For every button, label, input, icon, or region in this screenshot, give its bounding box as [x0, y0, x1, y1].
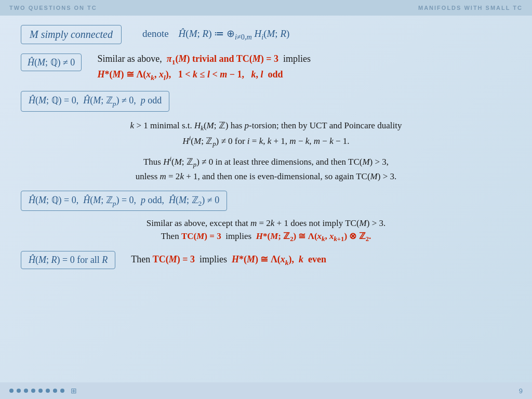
footer: ⊞ 9: [0, 382, 532, 399]
row-except: Similar as above, except that m = 2k + 1…: [21, 218, 511, 229]
similar-line2-red: H*(M) ≅ Λ(xk, xl), 1 < k ≤ l < m − 1, k,…: [97, 69, 311, 82]
then-tc3-text: Then TC(M) = 3 implies H*(M; ℤ2) ≅ Λ(xk,…: [21, 231, 511, 243]
main-content: M simply connected denote Ĥ(M; R) ≔ ⊕i≠0…: [0, 16, 532, 382]
row-big-box: Ĥ(M; ℚ) = 0, Ĥ(M; ℤp) = 0, p odd, Ĥ(M; ℤ…: [21, 191, 511, 211]
row-hq-neq0: Ĥ(M; ℚ) ≠ 0 Similar as above, π1(M) triv…: [21, 54, 511, 82]
dot-1: [9, 389, 14, 393]
dot-2: [17, 389, 21, 393]
header-left-title: TWO QUESTIONS ON TC: [9, 5, 97, 11]
footer-page-number: 9: [519, 387, 523, 395]
footer-icon: ⊞: [71, 387, 77, 395]
dot-6: [46, 389, 50, 393]
row-simply-connected: M simply connected denote Ĥ(M; R) ≔ ⊕i≠0…: [21, 25, 511, 44]
similar-line1: Similar as above, π1(M) trivial and TC(M…: [97, 54, 311, 66]
dot-7: [53, 389, 57, 393]
dot-5: [38, 389, 43, 393]
dot-3: [24, 389, 28, 393]
row-hr-eq0: Ĥ(M; R) = 0 for all R Then TC(M) = 3 imp…: [21, 251, 511, 269]
similar-text-block: Similar as above, π1(M) trivial and TC(M…: [97, 54, 311, 82]
row-k-minimal: k > 1 minimal s.t. Hk(M; ℤ) has p-torsio…: [21, 120, 511, 132]
k-minimal-text: k > 1 minimal s.t. Hk(M; ℤ) has p-torsio…: [21, 120, 511, 132]
row-thus: Thus Hi(M; ℤp) ≠ 0 in at least three dim…: [21, 154, 511, 183]
slide-container: TWO QUESTIONS ON TC MANIFOLDS WITH SMALL…: [0, 0, 532, 399]
row-hq-eq0-box: Ĥ(M; ℚ) = 0, Ĥ(M; ℤp) ≠ 0, p odd: [21, 91, 511, 112]
then-tc3-implies: Then TC(M) = 3 implies H*(M) ≅ Λ(xk), k …: [131, 254, 326, 267]
except-text: Similar as above, except that m = 2k + 1…: [21, 218, 511, 229]
header-bar: TWO QUESTIONS ON TC MANIFOLDS WITH SMALL…: [0, 0, 532, 16]
thus-text: Thus Hi(M; ℤp) ≠ 0 in at least three dim…: [21, 154, 511, 183]
box-hq-eq0: Ĥ(M; ℚ) = 0, Ĥ(M; ℤp) ≠ 0, p odd: [21, 91, 169, 112]
box-simply-connected: M simply connected: [21, 25, 122, 44]
box-hq-neq0: Ĥ(M; ℚ) ≠ 0: [21, 54, 82, 71]
dot-8: [60, 389, 64, 393]
k-formula-center: Hi(M; ℤp) ≠ 0 for i = k, k + 1, m − k, m…: [21, 135, 511, 148]
header-right-title: MANIFOLDS WITH SMALL TC: [418, 5, 523, 11]
footer-dots: ⊞: [9, 387, 77, 395]
denote-formula: denote Ĥ(M; R) ≔ ⊕i≠0,m Hi(M; R): [142, 28, 289, 42]
box-big: Ĥ(M; ℚ) = 0, Ĥ(M; ℤp) = 0, p odd, Ĥ(M; ℤ…: [21, 191, 227, 211]
dot-4: [31, 389, 35, 393]
box-hr-eq0: Ĥ(M; R) = 0 for all R: [21, 251, 115, 269]
simply-connected-text: M simply connected: [30, 29, 113, 40]
